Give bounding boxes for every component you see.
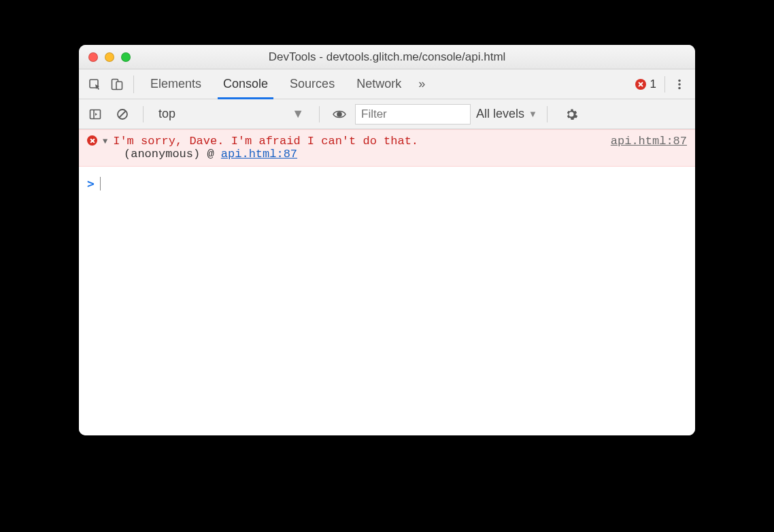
stack-frame-link[interactable]: api.html:87 xyxy=(221,148,297,161)
error-message: I'm sorry, Dave. I'm afraid I can't do t… xyxy=(113,135,418,148)
svg-point-5 xyxy=(678,86,681,89)
window-close-button[interactable] xyxy=(88,52,98,62)
error-count-badge[interactable]: 1 xyxy=(635,78,656,91)
log-levels-selector[interactable]: All levels ▼ xyxy=(476,107,537,121)
window-title-url: devtools.glitch.me/console/api.html xyxy=(326,50,506,63)
window-minimize-button[interactable] xyxy=(105,52,114,62)
more-tabs-button[interactable]: » xyxy=(412,77,431,91)
inspect-element-icon[interactable] xyxy=(84,73,106,95)
window-controls xyxy=(88,52,131,62)
tab-label: Elements xyxy=(150,77,201,91)
tab-label: Console xyxy=(223,77,268,91)
filter-text-field[interactable] xyxy=(361,107,465,121)
svg-point-4 xyxy=(678,83,681,86)
toggle-device-icon[interactable] xyxy=(106,73,128,95)
execution-context-selector[interactable]: top ▼ xyxy=(153,104,309,124)
clear-console-icon[interactable] xyxy=(112,103,133,125)
window-title-prefix: DevTools - xyxy=(269,50,326,63)
panel-tabs: Elements Console Sources Network xyxy=(139,69,412,99)
titlebar: DevTools - devtools.glitch.me/console/ap… xyxy=(79,45,695,69)
separator xyxy=(133,76,134,93)
separator xyxy=(664,76,665,93)
tab-network[interactable]: Network xyxy=(346,69,412,99)
main-toolbar: Elements Console Sources Network » 1 xyxy=(79,69,695,99)
stack-frame-at: @ xyxy=(207,148,214,161)
create-live-expression-icon[interactable] xyxy=(329,107,350,122)
error-icon xyxy=(87,135,97,146)
context-label: top xyxy=(158,107,175,121)
window-title: DevTools - devtools.glitch.me/console/ap… xyxy=(79,50,695,64)
prompt-chevron-icon: > xyxy=(87,176,95,190)
error-icon xyxy=(635,79,646,90)
chevron-down-icon: ▼ xyxy=(292,107,304,121)
text-cursor xyxy=(100,177,101,190)
tab-sources[interactable]: Sources xyxy=(279,69,346,99)
show-console-sidebar-icon[interactable] xyxy=(84,103,106,125)
console-toolbar: top ▼ All levels ▼ xyxy=(79,99,695,129)
kebab-menu-button[interactable] xyxy=(669,78,690,90)
console-prompt[interactable]: > xyxy=(79,167,695,200)
devtools-window: DevTools - devtools.glitch.me/console/ap… xyxy=(79,45,695,435)
separator xyxy=(143,106,144,122)
separator xyxy=(547,106,548,122)
stack-frame-function: (anonymous) xyxy=(124,148,200,161)
error-count: 1 xyxy=(650,78,656,91)
window-zoom-button[interactable] xyxy=(121,52,131,62)
console-settings-icon[interactable] xyxy=(561,107,582,121)
svg-point-8 xyxy=(337,112,341,116)
chevron-down-icon: ▼ xyxy=(528,109,537,119)
tab-console[interactable]: Console xyxy=(212,69,279,99)
filter-input[interactable] xyxy=(355,104,471,124)
source-location-link[interactable]: api.html:87 xyxy=(611,135,687,148)
svg-rect-2 xyxy=(116,82,122,90)
chevron-right-icon: » xyxy=(418,77,425,91)
stack-trace: (anonymous) @ api.html:87 xyxy=(87,148,687,161)
console-error-row[interactable]: ▼ I'm sorry, Dave. I'm afraid I can't do… xyxy=(79,129,695,167)
separator xyxy=(319,106,320,122)
levels-label: All levels xyxy=(476,107,524,121)
tab-label: Sources xyxy=(290,77,335,91)
svg-point-3 xyxy=(678,79,681,82)
console-messages: ▼ I'm sorry, Dave. I'm afraid I can't do… xyxy=(79,129,695,435)
tab-elements[interactable]: Elements xyxy=(139,69,212,99)
disclosure-triangle-icon[interactable]: ▼ xyxy=(103,137,107,146)
tab-label: Network xyxy=(356,77,401,91)
